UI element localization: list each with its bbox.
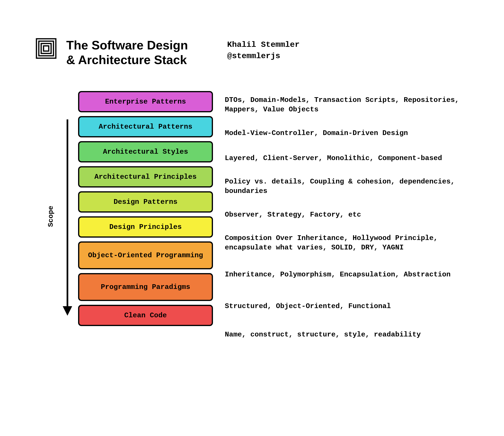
diagram: Scope Enterprise PatternsArchitectural P… <box>45 91 468 345</box>
stack-layer: Architectural Principles <box>78 166 213 188</box>
stack-layer: Object-Oriented Programming <box>78 241 213 269</box>
stack-layer: Programming Paradigms <box>78 273 213 301</box>
layer-description: Structured, Object-Oriented, Functional <box>225 292 461 320</box>
page-title: The Software Design & Architecture Stack <box>66 38 208 67</box>
stack-layer: Clean Code <box>78 305 213 326</box>
stack-column: Enterprise PatternsArchitectural Pattern… <box>78 91 213 326</box>
layer-description: Model-View-Controller, Domain-Driven Des… <box>225 122 461 144</box>
stack-layer: Enterprise Patterns <box>78 91 213 112</box>
arrow-down-icon <box>62 119 73 316</box>
author-name: Khalil Stemmler <box>227 39 299 51</box>
scope-label: Scope <box>47 206 55 227</box>
layer-description: Name, construct, structure, style, reada… <box>225 324 461 345</box>
stack-layer: Architectural Styles <box>78 141 213 163</box>
layer-description: Composition Over Inheritance, Hollywood … <box>225 229 461 257</box>
stack-layer: Architectural Patterns <box>78 116 213 137</box>
header: The Software Design & Architecture Stack… <box>36 38 468 67</box>
stack-layer: Design Principles <box>78 216 213 238</box>
layer-description: DTOs, Domain-Models, Transaction Scripts… <box>225 91 461 119</box>
layer-description: Inheritance, Polymorphism, Encapsulation… <box>225 261 461 289</box>
layer-description: Layered, Client-Server, Monolithic, Comp… <box>225 147 461 169</box>
layer-description: Policy vs. details, Coupling & cohesion,… <box>225 173 461 200</box>
scope-column: Scope <box>45 91 76 342</box>
svg-marker-5 <box>63 306 72 316</box>
stack-layer: Design Patterns <box>78 191 213 213</box>
svg-rect-3 <box>44 46 49 51</box>
author-block: Khalil Stemmler @stemmlerjs <box>227 39 299 62</box>
title-line-2: & Architecture Stack <box>66 53 208 67</box>
description-column: DTOs, Domain-Models, Transaction Scripts… <box>225 91 461 345</box>
layer-description: Observer, Strategy, Factory, etc <box>225 204 461 225</box>
svg-rect-2 <box>41 44 51 54</box>
author-handle: @stemmlerjs <box>227 51 299 62</box>
spiral-logo-icon <box>36 38 57 60</box>
title-line-1: The Software Design <box>66 38 208 53</box>
